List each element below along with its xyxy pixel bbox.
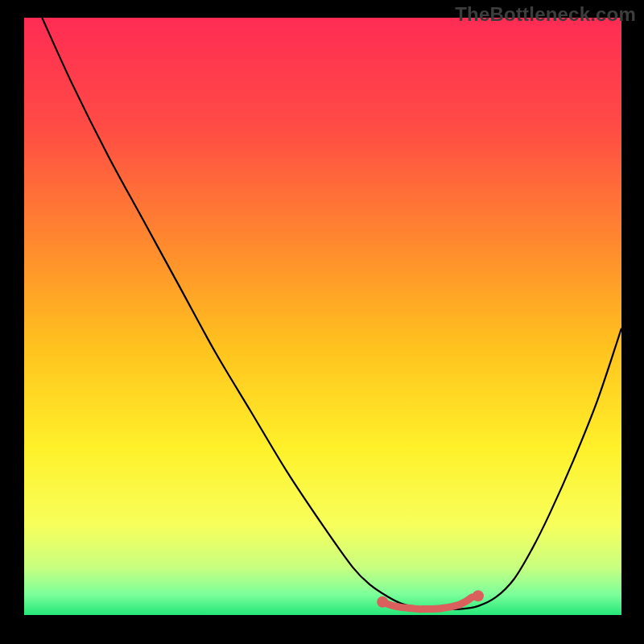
band-start-dot: [377, 597, 388, 608]
chart-frame: TheBottleneck.com: [0, 0, 644, 644]
band-end-dot: [473, 590, 484, 601]
plot-svg: [24, 18, 621, 615]
watermark-text: TheBottleneck.com: [455, 3, 636, 26]
plot-area: [24, 18, 621, 615]
